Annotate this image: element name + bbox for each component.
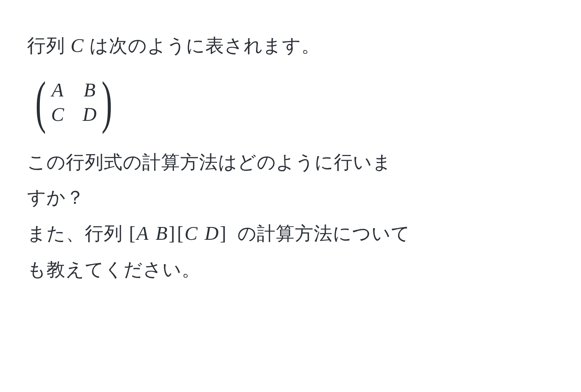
matrix-cell-d: D — [83, 104, 96, 125]
bracket-open-2: [ — [176, 222, 185, 244]
bracket-close-1: ] — [168, 222, 176, 244]
matrix-cell-b: B — [83, 79, 96, 101]
matrix-cell-c: C — [51, 104, 64, 125]
paragraph-line-2a: この行列式の計算方法はどのように行いま — [27, 144, 554, 180]
bracket-var-b: B — [156, 222, 168, 244]
paragraph-line-3: また、行列 [AB][CD] の計算方法について — [27, 215, 554, 252]
line3-post: の計算方法について — [232, 223, 410, 244]
matrix-grid: A B C D — [50, 79, 97, 125]
line1-post: は次のように表されます。 — [84, 35, 321, 56]
paragraph-line-2b: すか？ — [27, 180, 554, 215]
math-var-c: C — [70, 34, 84, 56]
matrix: ( A B C D ) — [31, 77, 117, 127]
paren-right: ) — [102, 77, 112, 127]
bracket-close-2: ] — [219, 222, 227, 244]
paragraph-line-1: 行列 C は次のように表されます。 — [27, 27, 554, 64]
matrix-cell-a: A — [51, 79, 64, 101]
bracket-var-d: D — [205, 222, 219, 244]
paragraph-line-4: も教えてください。 — [27, 252, 554, 287]
document-page: 行列 C は次のように表されます。 ( A B C D ) この行列式の計算方法… — [0, 0, 581, 287]
bracket-var-a: A — [137, 222, 149, 244]
paren-left: ( — [35, 77, 46, 127]
bracket-var-c: C — [185, 222, 198, 244]
bracket-open-1: [ — [128, 222, 137, 244]
line3-pre: また、行列 — [27, 223, 128, 244]
line1-pre: 行列 — [27, 35, 70, 56]
matrix-display: ( A B C D ) — [31, 77, 554, 127]
bracket-group-1: [AB][CD] — [128, 222, 227, 244]
